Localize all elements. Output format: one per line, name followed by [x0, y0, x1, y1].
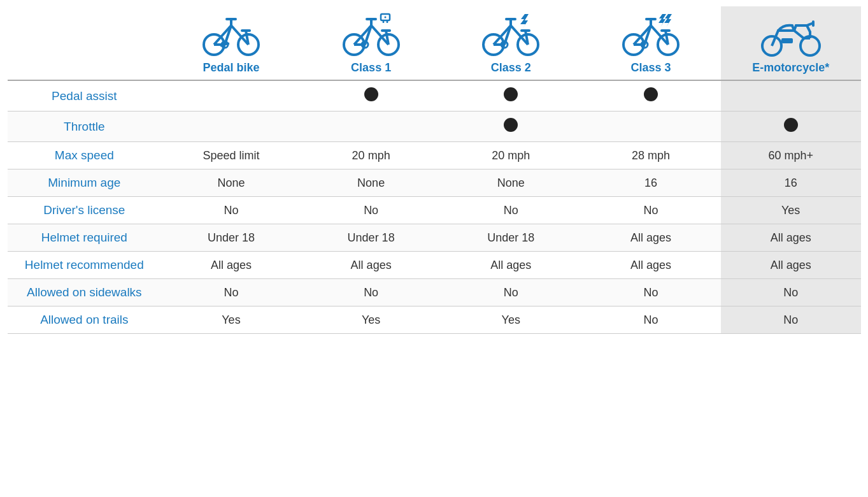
- svg-line-12: [225, 43, 229, 45]
- row-label: Throttle: [8, 112, 162, 142]
- row-label: Minimum age: [8, 169, 162, 197]
- cell-class3: No: [581, 279, 721, 306]
- cell-class3: 28 mph: [581, 142, 721, 169]
- cell-emoto: All ages: [721, 252, 861, 279]
- cell-class1: Under 18: [301, 224, 441, 252]
- cell-class1: No: [301, 197, 441, 224]
- class1-label: Class 1: [351, 61, 391, 74]
- table-row: Minimum ageNoneNoneNone1616: [8, 169, 861, 197]
- table-row: Allowed on trailsYesYesYesNoNo: [8, 306, 861, 334]
- cell-class3: All ages: [581, 252, 721, 279]
- cell-emoto: [721, 80, 861, 112]
- svg-marker-51: [658, 14, 666, 27]
- svg-rect-57: [781, 38, 793, 43]
- table-row: Allowed on sidewalksNoNoNoNoNo: [8, 279, 861, 306]
- row-label: Max speed: [8, 142, 162, 169]
- feature-dot: [644, 87, 658, 101]
- emoto-icon: [729, 13, 853, 57]
- cell-class2: No: [441, 197, 581, 224]
- cell-emoto: Yes: [721, 197, 861, 224]
- row-label: Allowed on sidewalks: [8, 279, 162, 306]
- cell-class3: No: [581, 197, 721, 224]
- cell-class3: 16: [581, 169, 721, 197]
- cell-pedal_bike: [161, 80, 301, 112]
- emoto-header: E-motorcycle*: [721, 6, 861, 80]
- class2-label: Class 2: [491, 61, 531, 74]
- svg-marker-52: [664, 14, 672, 27]
- table-row: Driver's licenseNoNoNoNoYes: [8, 197, 861, 224]
- emoto-label: E-motorcycle*: [752, 61, 829, 74]
- class2-header: Class 2: [441, 6, 581, 80]
- feature-dot: [504, 87, 518, 101]
- svg-marker-39: [520, 14, 529, 29]
- label-header: [8, 6, 162, 80]
- cell-class1: 20 mph: [301, 142, 441, 169]
- class1-header: Class 1: [301, 6, 441, 80]
- pedal-bike-label: Pedal bike: [203, 61, 259, 74]
- class2-icon: [448, 13, 573, 57]
- feature-dot: [504, 118, 518, 132]
- class3-label: Class 3: [630, 61, 671, 74]
- table-row: Helmet recommendedAll agesAll agesAll ag…: [8, 252, 861, 279]
- cell-class2: Yes: [441, 306, 581, 334]
- table-row: Pedal assist: [8, 80, 861, 112]
- table-row: Throttle: [8, 112, 861, 142]
- header-row: Pedal bike: [8, 6, 861, 80]
- row-label: Helmet recommended: [8, 252, 162, 279]
- cell-class2: All ages: [441, 252, 581, 279]
- row-label: Driver's license: [8, 197, 162, 224]
- cell-class1: [301, 80, 441, 112]
- cell-class1: Yes: [301, 306, 441, 334]
- cell-pedal_bike: No: [161, 197, 301, 224]
- cell-class3: [581, 112, 721, 142]
- cell-emoto: 16: [721, 169, 861, 197]
- cell-class2: [441, 112, 581, 142]
- cell-class2: [441, 80, 581, 112]
- class1-icon: [309, 13, 434, 57]
- table-row: Helmet requiredUnder 18Under 18Under 18A…: [8, 224, 861, 252]
- cell-pedal_bike: All ages: [161, 252, 301, 279]
- cell-emoto: 60 mph+: [721, 142, 861, 169]
- cell-class1: None: [301, 169, 441, 197]
- cell-pedal_bike: Speed limit: [161, 142, 301, 169]
- pedal-bike-header: Pedal bike: [161, 6, 301, 80]
- row-label: Pedal assist: [8, 80, 162, 112]
- cell-class2: Under 18: [441, 224, 581, 252]
- cell-class2: 20 mph: [441, 142, 581, 169]
- cell-class3: All ages: [581, 224, 721, 252]
- cell-pedal_bike: Under 18: [161, 224, 301, 252]
- cell-class2: None: [441, 169, 581, 197]
- cell-emoto: No: [721, 279, 861, 306]
- row-label: Allowed on trails: [8, 306, 162, 334]
- table-row: Max speedSpeed limit20 mph20 mph28 mph60…: [8, 142, 861, 169]
- cell-pedal_bike: [161, 112, 301, 142]
- cell-pedal_bike: None: [161, 169, 301, 197]
- cell-class1: [301, 112, 441, 142]
- cell-class1: All ages: [301, 252, 441, 279]
- feature-dot: [784, 118, 798, 132]
- cell-pedal_bike: No: [161, 279, 301, 306]
- svg-point-27: [384, 17, 386, 18]
- cell-class3: [581, 80, 721, 112]
- cell-class1: No: [301, 279, 441, 306]
- table-body: Pedal assistThrottleMax speedSpeed limit…: [8, 80, 861, 334]
- comparison-table: Pedal bike: [8, 6, 861, 334]
- cell-emoto: [721, 112, 861, 142]
- cell-pedal_bike: Yes: [161, 306, 301, 334]
- class3-header: Class 3: [581, 6, 721, 80]
- class3-icon: [588, 13, 713, 57]
- cell-emoto: All ages: [721, 224, 861, 252]
- cell-emoto: No: [721, 306, 861, 334]
- cell-class3: No: [581, 306, 721, 334]
- cell-class2: No: [441, 279, 581, 306]
- row-label: Helmet required: [8, 224, 162, 252]
- svg-line-11: [220, 45, 225, 46]
- feature-dot: [364, 87, 378, 101]
- pedal-bike-icon: [169, 13, 294, 57]
